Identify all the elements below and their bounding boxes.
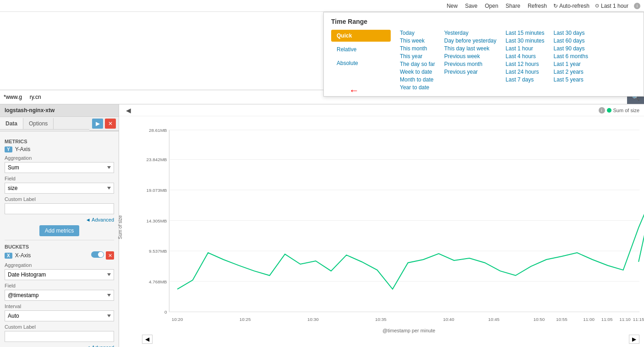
bucket-aggregation-label: Aggregation bbox=[5, 262, 114, 268]
chart-prev-button[interactable]: ◀ bbox=[124, 106, 133, 115]
bucket-controls: ✕ bbox=[91, 251, 114, 260]
field-select[interactable]: size bbox=[5, 183, 114, 194]
quick-last-2-years[interactable]: Last 2 years bbox=[554, 69, 588, 75]
left-panel: logstash-nginx-xtw Data Options ▶ ✕ metr… bbox=[0, 104, 119, 347]
quick-last-5-years[interactable]: Last 5 years bbox=[554, 76, 588, 83]
last-hour-button[interactable]: ⊙ Last 1 hour bbox=[595, 3, 628, 9]
panel-tabs: Data Options bbox=[0, 118, 89, 130]
add-metrics-button[interactable]: Add metrics bbox=[39, 225, 79, 236]
quick-last-4-hours[interactable]: Last 4 hours bbox=[506, 53, 545, 60]
advanced-link[interactable]: ◄ Advanced bbox=[5, 217, 114, 222]
field-label: Field bbox=[5, 176, 114, 181]
aggregation-select[interactable]: Sum bbox=[5, 162, 114, 173]
tab-quick[interactable]: Quick bbox=[331, 30, 391, 42]
svg-text:28.61MB: 28.61MB bbox=[149, 128, 167, 133]
quick-col-2: Yesterday Day before yesterday This day … bbox=[444, 30, 497, 91]
custom-label-input[interactable] bbox=[5, 203, 114, 214]
refresh-circle-icon: ↻ bbox=[553, 3, 558, 9]
quick-last-30-days[interactable]: Last 30 days bbox=[554, 30, 588, 36]
x-axis-row: X X-Axis ✕ bbox=[5, 251, 114, 260]
quick-col-1: Today This week This month This year The… bbox=[400, 30, 435, 91]
remove-bucket-button[interactable]: ✕ bbox=[106, 251, 114, 260]
quick-year-to-date[interactable]: Year to date bbox=[400, 84, 435, 91]
quick-previous-year[interactable]: Previous year bbox=[444, 69, 497, 75]
bucket-aggregation-select[interactable]: Date Histogram bbox=[5, 269, 114, 280]
toggle-button[interactable] bbox=[91, 251, 104, 258]
svg-text:11:00: 11:00 bbox=[583, 317, 595, 322]
chart-area: ◀ i Sum of size Sum of size bbox=[119, 104, 644, 347]
quick-previous-month[interactable]: Previous month bbox=[444, 61, 497, 67]
quick-last-6-months[interactable]: Last 6 months bbox=[554, 53, 588, 60]
quick-yesterday[interactable]: Yesterday bbox=[444, 30, 497, 36]
refresh-button[interactable]: Refresh bbox=[527, 3, 548, 9]
quick-last-90-days[interactable]: Last 90 days bbox=[554, 45, 588, 52]
bucket-field-select[interactable]: @timestamp bbox=[5, 290, 114, 301]
y-axis-chart-label: Sum of size bbox=[118, 216, 123, 239]
quick-last-7-days[interactable]: Last 7 days bbox=[506, 76, 545, 83]
quick-today[interactable]: Today bbox=[400, 30, 435, 36]
chart-svg: 0 4.768MB 9.537MB 14.305MB 19.073MB 23.8… bbox=[147, 121, 644, 339]
quick-col-3: Last 15 minutes Last 30 minutes Last 1 h… bbox=[506, 30, 545, 91]
tab-relative[interactable]: Relative bbox=[331, 43, 391, 55]
panel-content: metrics Y Y-Axis Aggregation Sum Field s… bbox=[0, 131, 119, 347]
quick-day-before-yesterday[interactable]: Day before yesterday bbox=[444, 38, 497, 44]
tab-data[interactable]: Data bbox=[0, 118, 23, 129]
legend-info-icon[interactable]: i bbox=[599, 107, 605, 114]
quick-last-1-hour[interactable]: Last 1 hour bbox=[506, 45, 545, 52]
y-axis-label: Y-Axis bbox=[15, 146, 31, 152]
y-axis-badge: Y bbox=[5, 146, 12, 152]
open-button[interactable]: Open bbox=[484, 3, 499, 9]
share-button[interactable]: Share bbox=[505, 3, 521, 9]
quick-this-month[interactable]: This month bbox=[400, 45, 435, 52]
quick-month-to-date[interactable]: Month to date bbox=[400, 76, 435, 83]
quick-day-so-far[interactable]: The day so far bbox=[400, 61, 435, 67]
quick-last-1-year[interactable]: Last 1 year bbox=[554, 61, 588, 67]
play-button[interactable]: ▶ bbox=[92, 119, 103, 129]
y-axis-row: Y Y-Axis bbox=[5, 146, 114, 152]
quick-this-day-last-week[interactable]: This day last week bbox=[444, 45, 497, 52]
svg-text:@timestamp per minute: @timestamp per minute bbox=[382, 328, 435, 333]
top-bar: New Save Open Share Refresh ↻ Auto-refre… bbox=[0, 0, 644, 12]
bucket-advanced-link[interactable]: ◄ Advanced bbox=[5, 345, 114, 347]
svg-text:0: 0 bbox=[164, 309, 167, 314]
stop-button[interactable]: ✕ bbox=[105, 119, 116, 129]
svg-text:10:25: 10:25 bbox=[240, 317, 251, 322]
svg-text:11:05: 11:05 bbox=[601, 317, 613, 322]
svg-text:10:45: 10:45 bbox=[488, 317, 500, 322]
clock-icon: ⊙ bbox=[595, 3, 599, 9]
svg-text:10:55: 10:55 bbox=[556, 317, 568, 322]
bucket-field-label: Field bbox=[5, 283, 114, 288]
buckets-section-title: buckets bbox=[5, 244, 114, 249]
quick-this-week[interactable]: This week bbox=[400, 38, 435, 44]
auto-refresh-button[interactable]: ↻ Auto-refresh bbox=[553, 3, 589, 9]
svg-text:10:20: 10:20 bbox=[172, 317, 183, 322]
quick-previous-week[interactable]: Previous week bbox=[444, 53, 497, 60]
panel-title: logstash-nginx-xtw bbox=[0, 104, 119, 117]
chart-zoom-in-button[interactable]: ▶ bbox=[629, 335, 639, 344]
bucket-custom-label-input[interactable] bbox=[5, 331, 114, 342]
time-range-title: Time Range bbox=[331, 18, 636, 25]
svg-text:9.537MB: 9.537MB bbox=[149, 249, 167, 254]
legend-dot bbox=[607, 108, 611, 113]
save-button[interactable]: Save bbox=[464, 3, 478, 9]
quick-last-60-days[interactable]: Last 60 days bbox=[554, 38, 588, 44]
svg-text:23.842MB: 23.842MB bbox=[147, 157, 167, 162]
tab-options[interactable]: Options bbox=[23, 118, 54, 129]
info-icon[interactable]: i bbox=[634, 3, 640, 9]
quick-last-15-min[interactable]: Last 15 minutes bbox=[506, 30, 545, 36]
quick-last-30-min[interactable]: Last 30 minutes bbox=[506, 38, 545, 44]
svg-text:10:50: 10:50 bbox=[534, 317, 545, 322]
tab-absolute[interactable]: Absolute bbox=[331, 57, 391, 69]
new-button[interactable]: New bbox=[446, 3, 458, 9]
quick-options: Today This week This month This year The… bbox=[400, 30, 636, 91]
interval-select[interactable]: Auto bbox=[5, 310, 114, 321]
quick-this-year[interactable]: This year bbox=[400, 53, 435, 60]
chart-zoom-out-button[interactable]: ◀ bbox=[142, 335, 153, 344]
svg-text:11:15: 11:15 bbox=[633, 317, 644, 322]
quick-week-to-date[interactable]: Week to date bbox=[400, 69, 435, 75]
svg-text:10:30: 10:30 bbox=[307, 317, 319, 322]
quick-last-24-hours[interactable]: Last 24 hours bbox=[506, 69, 545, 75]
svg-text:19.073MB: 19.073MB bbox=[147, 188, 167, 193]
quick-last-12-hours[interactable]: Last 12 hours bbox=[506, 61, 545, 67]
x-axis-label: X-Axis bbox=[15, 252, 31, 259]
